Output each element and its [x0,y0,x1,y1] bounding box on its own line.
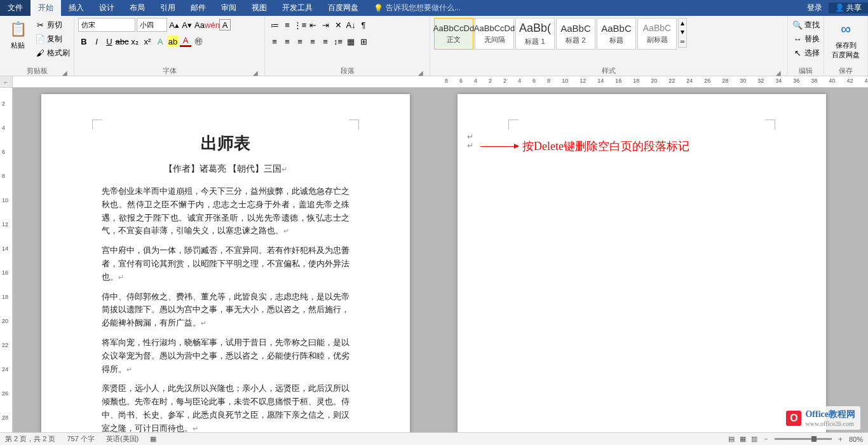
share-button[interactable]: 👤 共享 [829,3,868,13]
italic-icon[interactable]: I [91,36,102,47]
horizontal-ruler[interactable]: ⌐ 86422468101214161820222426283032343638… [0,76,868,88]
sort-icon[interactable]: A↓ [345,19,356,31]
align-right-icon[interactable]: ≡ [294,36,306,47]
vertical-ruler[interactable]: 246810121416182022242628 [0,88,13,432]
styles-launcher[interactable]: ◢ [775,68,782,76]
strike-icon[interactable]: abc [116,36,128,47]
page-2[interactable]: ↵↵ 按Delete键删除空白页的段落标记 [458,94,826,432]
view-web-icon[interactable]: ▥ [751,435,757,443]
tab-mailings[interactable]: 邮件 [183,0,214,16]
save-to-baidu-button[interactable]: ∞ 保存到 百度网盘 [828,18,864,61]
paragraph-launcher[interactable]: ◢ [417,68,424,76]
tab-developer[interactable]: 开发工具 [275,0,320,16]
zoom-slider[interactable] [775,438,832,440]
styles-up-icon[interactable]: ▴ [679,18,686,27]
watermark-logo: O Office教程网 www.office26.com [781,406,860,430]
highlight-icon[interactable]: ab [167,36,179,47]
status-page[interactable]: 第 2 页，共 2 页 [5,434,55,444]
tell-me-search[interactable]: 💡告诉我您想要做什么... [374,3,461,13]
char-border-icon[interactable]: A [219,19,231,31]
doc-title: 出师表 [102,132,349,154]
superscript-icon[interactable]: x² [142,36,153,47]
align-center-icon[interactable]: ≡ [281,36,293,47]
macro-icon[interactable]: ▦ [150,435,156,443]
scissors-icon: ✂ [34,19,46,31]
underline-icon[interactable]: U [104,36,115,47]
style-subtitle[interactable]: AaBbC副标题 [637,18,677,50]
clipboard-launcher[interactable]: ◢ [61,68,69,76]
paragraph: 将军向宠，性行淑均，晓畅军事，试用于昔日，先帝称之曰能，是以众议举宠为督。愚以为… [102,336,349,376]
ruler-corner: ⌐ [0,76,13,87]
style-nospace[interactable]: AaBbCcDd无间隔 [475,18,514,50]
paste-button[interactable]: 📋 粘贴 [4,18,32,51]
view-read-icon[interactable]: ▤ [728,435,735,443]
style-title[interactable]: AaBbC标题 [597,18,636,50]
font-size-combo[interactable]: 小四 [137,18,167,32]
annotation-callout: 按Delete键删除空白页的段落标记 [477,139,689,154]
align-distrib-icon[interactable]: ≡ [320,36,331,47]
shading-icon[interactable]: ▦ [345,36,356,47]
phonetic-guide-icon[interactable]: wén [207,19,218,31]
replace-icon: ↔ [792,33,803,44]
styles-more-icon[interactable]: ＝ [679,36,686,47]
login-button[interactable]: 登录 [801,3,829,13]
paragraph: 亲贤臣，远小人，此先汉所以兴隆也；亲小人，远贤臣，此后汉所以倾颓也。先帝在时，每… [102,382,349,432]
style-heading2[interactable]: AaBbC标题 2 [556,18,595,50]
tab-baidu-netdisk[interactable]: 百度网盘 [320,0,366,16]
tab-design[interactable]: 设计 [92,0,122,16]
select-button[interactable]: ↖选择 [792,46,820,60]
tab-file[interactable]: 文件 [0,0,31,16]
font-launcher[interactable]: ◢ [252,68,259,76]
bold-icon[interactable]: B [78,36,90,47]
status-bar: 第 2 页，共 2 页 757 个字 英语(美国) ▦ ▤ ▦ ▥ － ＋ 80… [0,432,868,445]
find-button[interactable]: 🔍查找 [792,18,820,32]
doc-subtitle: 【作者】诸葛亮 【朝代】三国↵ [102,163,349,175]
tab-view[interactable]: 视图 [244,0,275,16]
copy-button[interactable]: 📄复制 [34,32,70,46]
format-painter-button[interactable]: 🖌格式刷 [34,46,70,60]
tab-review[interactable]: 审阅 [214,0,244,16]
asian-layout-icon[interactable]: ✕ [332,19,344,31]
cut-button[interactable]: ✂剪切 [34,18,70,32]
document-workspace[interactable]: 出师表 【作者】诸葛亮 【朝代】三国↵ 先帝创业未半而中道崩殂，今天下三分，益州… [13,88,868,432]
circle-char-icon[interactable]: ㊕ [193,36,204,47]
multilevel-icon[interactable]: ⋮≡ [294,19,306,31]
indent-inc-icon[interactable]: ⇥ [320,19,331,31]
font-name-combo[interactable]: 仿宋 [78,18,135,32]
lightbulb-icon: 💡 [374,4,383,13]
text-effects-icon[interactable]: A [154,36,166,47]
zoom-out-icon[interactable]: － [763,434,770,444]
font-color-icon[interactable]: A [180,36,191,47]
grow-font-icon[interactable]: A▴ [168,19,180,31]
page-1[interactable]: 出师表 【作者】诸葛亮 【朝代】三国↵ 先帝创业未半而中道崩殂，今天下三分，益州… [41,94,410,432]
indent-dec-icon[interactable]: ⇤ [307,19,318,31]
group-clipboard: 📋 粘贴 ✂剪切 📄复制 🖌格式刷 剪贴板◢ [0,16,74,76]
change-case-icon[interactable]: Aa [194,19,205,31]
tab-layout[interactable]: 布局 [122,0,153,16]
bullets-icon[interactable]: ≔ [269,19,280,31]
tab-references[interactable]: 引用 [153,0,183,16]
line-spacing-icon[interactable]: ↕≡ [332,36,344,47]
align-left-icon[interactable]: ≡ [269,36,280,47]
show-marks-icon[interactable]: ¶ [358,19,369,31]
zoom-in-icon[interactable]: ＋ [837,434,844,444]
status-word-count[interactable]: 757 个字 [67,434,94,444]
shrink-font-icon[interactable]: A▾ [181,19,193,31]
style-heading1[interactable]: AaBb(标题 1 [515,18,555,50]
replace-button[interactable]: ↔替换 [792,32,820,46]
style-normal[interactable]: AaBbCcDd正文 [434,18,473,50]
view-print-icon[interactable]: ▦ [740,435,746,443]
align-justify-icon[interactable]: ≡ [307,36,318,47]
tab-home[interactable]: 开始 [31,0,61,16]
status-language[interactable]: 英语(美国) [106,434,139,444]
subscript-icon[interactable]: x₂ [129,36,140,47]
clipboard-icon: 📋 [8,19,28,39]
zoom-level[interactable]: 80% [849,435,863,443]
numbering-icon[interactable]: ≡ [281,19,293,31]
styles-down-icon[interactable]: ▾ [679,27,686,36]
ribbon: 📋 粘贴 ✂剪切 📄复制 🖌格式刷 剪贴板◢ 仿宋 小四 A▴ A▾ Aa wé… [0,16,868,76]
logo-icon: O [786,411,801,426]
brush-icon: 🖌 [34,47,46,58]
borders-icon[interactable]: ⊞ [358,36,369,47]
tab-insert[interactable]: 插入 [61,0,92,16]
